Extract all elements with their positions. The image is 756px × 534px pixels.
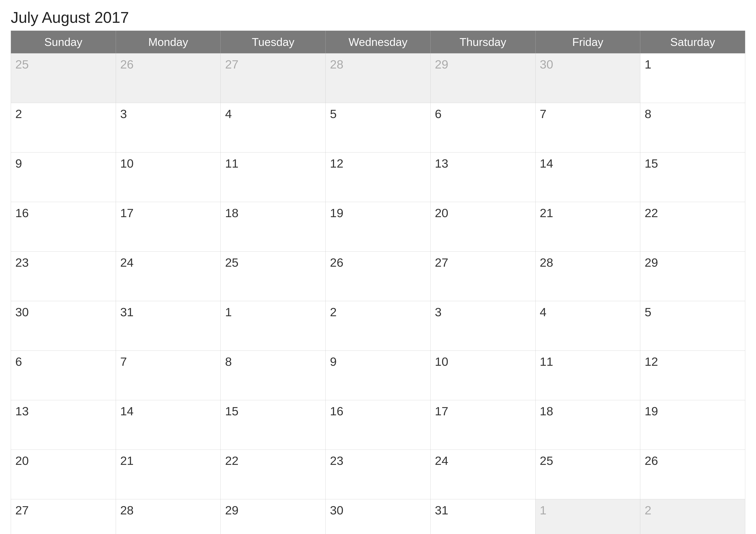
calendar-cell[interactable]: 11	[535, 351, 640, 400]
calendar-cell[interactable]: 16	[11, 202, 116, 252]
day-header-tuesday: Tuesday	[221, 31, 326, 53]
calendar-cell[interactable]: 14	[116, 400, 221, 450]
calendar-cell[interactable]: 18	[535, 400, 640, 450]
calendar-cell[interactable]: 18	[221, 202, 326, 252]
calendar-cell[interactable]: 26	[640, 450, 745, 499]
calendar-cell[interactable]: 27	[430, 252, 535, 301]
calendar-cell[interactable]: 26	[116, 53, 221, 103]
calendar-cell[interactable]: 30	[326, 499, 431, 534]
calendar-cell[interactable]: 22	[640, 202, 745, 252]
calendar-cell[interactable]: 12	[640, 351, 745, 400]
calendar-cell[interactable]: 1	[640, 53, 745, 103]
calendar-cell[interactable]: 28	[326, 53, 431, 103]
calendar-cell[interactable]: 7	[116, 351, 221, 400]
calendar-cell[interactable]: 20	[430, 202, 535, 252]
calendar-cell[interactable]: 12	[326, 153, 431, 202]
calendar-cell[interactable]: 4	[221, 103, 326, 153]
calendar-cell[interactable]: 8	[221, 351, 326, 400]
calendar-cell[interactable]: 19	[326, 202, 431, 252]
calendar-cell[interactable]: 7	[535, 103, 640, 153]
calendar-cell[interactable]: 15	[221, 400, 326, 450]
calendar-cell[interactable]: 29	[640, 252, 745, 301]
calendar-cell[interactable]: 6	[430, 103, 535, 153]
calendar-cell[interactable]: 22	[221, 450, 326, 499]
calendar-cell[interactable]: 21	[535, 202, 640, 252]
calendar-cell[interactable]: 23	[11, 252, 116, 301]
calendar-cell[interactable]: 2	[326, 301, 431, 351]
calendar-cell[interactable]: 19	[640, 400, 745, 450]
calendar-cell[interactable]: 11	[221, 153, 326, 202]
calendar-cell[interactable]: 24	[430, 450, 535, 499]
calendar-cell[interactable]: 17	[430, 400, 535, 450]
calendar-cell[interactable]: 30	[535, 53, 640, 103]
calendar-cell[interactable]: 2	[640, 499, 745, 534]
calendar-cell[interactable]: 6	[11, 351, 116, 400]
calendar-cell[interactable]: 10	[116, 153, 221, 202]
calendar-cell[interactable]: 28	[535, 252, 640, 301]
calendar-cell[interactable]: 15	[640, 153, 745, 202]
day-header-friday: Friday	[535, 31, 640, 53]
calendar-cell[interactable]: 2	[11, 103, 116, 153]
day-header-saturday: Saturday	[640, 31, 745, 53]
calendar-cell[interactable]: 3	[430, 301, 535, 351]
calendar-cell[interactable]: 25	[11, 53, 116, 103]
day-header-wednesday: Wednesday	[326, 31, 431, 53]
calendar-cell[interactable]: 31	[430, 499, 535, 534]
day-header-monday: Monday	[116, 31, 221, 53]
calendar-cell[interactable]: 4	[535, 301, 640, 351]
calendar-cell[interactable]: 27	[221, 53, 326, 103]
calendar-cell[interactable]: 28	[116, 499, 221, 534]
calendar-cell[interactable]: 16	[326, 400, 431, 450]
calendar-cell[interactable]: 14	[535, 153, 640, 202]
calendar-cell[interactable]: 30	[11, 301, 116, 351]
calendar-cell[interactable]: 1	[535, 499, 640, 534]
calendar-cell[interactable]: 25	[535, 450, 640, 499]
calendar-cell[interactable]: 24	[116, 252, 221, 301]
day-header-thursday: Thursday	[430, 31, 535, 53]
calendar-cell[interactable]: 1	[221, 301, 326, 351]
calendar-cell[interactable]: 25	[221, 252, 326, 301]
calendar-cell[interactable]: 13	[11, 400, 116, 450]
page-title: July August 2017	[11, 9, 745, 26]
calendar-cell[interactable]: 21	[116, 450, 221, 499]
calendar-cell[interactable]: 31	[116, 301, 221, 351]
calendar-cell[interactable]: 20	[11, 450, 116, 499]
calendar-cell[interactable]: 29	[221, 499, 326, 534]
calendar-table: SundayMondayTuesdayWednesdayThursdayFrid…	[11, 31, 745, 534]
day-header-sunday: Sunday	[11, 31, 116, 53]
calendar-cell[interactable]: 29	[430, 53, 535, 103]
calendar-cell[interactable]: 27	[11, 499, 116, 534]
calendar-cell[interactable]: 9	[11, 153, 116, 202]
calendar-cell[interactable]: 3	[116, 103, 221, 153]
calendar-cell[interactable]: 5	[326, 103, 431, 153]
calendar-cell[interactable]: 9	[326, 351, 431, 400]
calendar-cell[interactable]: 23	[326, 450, 431, 499]
calendar-cell[interactable]: 17	[116, 202, 221, 252]
calendar-cell[interactable]: 10	[430, 351, 535, 400]
calendar-cell[interactable]: 26	[326, 252, 431, 301]
calendar-cell[interactable]: 5	[640, 301, 745, 351]
calendar-cell[interactable]: 13	[430, 153, 535, 202]
calendar-cell[interactable]: 8	[640, 103, 745, 153]
